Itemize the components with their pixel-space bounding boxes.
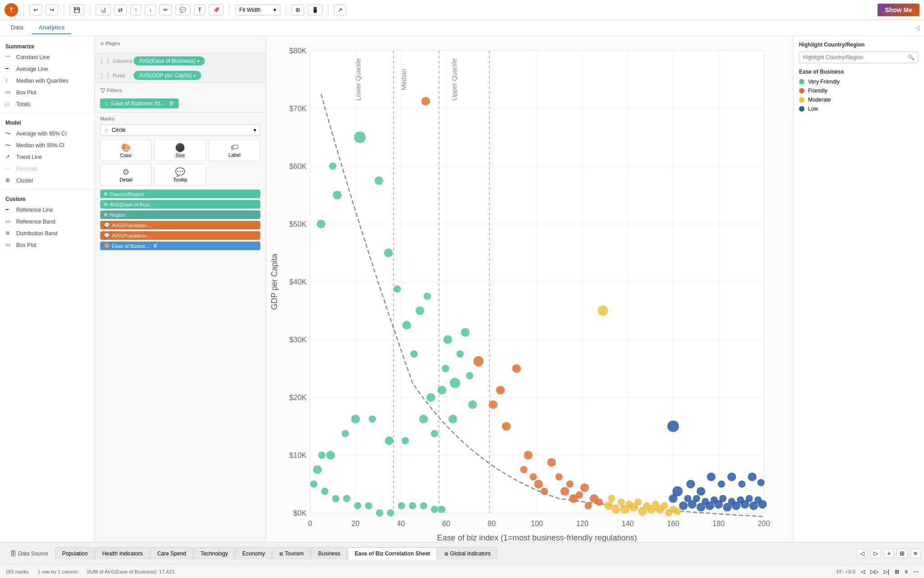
svg-point-79 <box>318 452 325 459</box>
annotate-button[interactable]: T <box>194 5 205 15</box>
tooltip-button[interactable]: 💬 <box>176 5 190 15</box>
svg-point-156 <box>707 472 716 481</box>
svg-point-122 <box>634 499 642 506</box>
highlight-search-container[interactable]: 🔍 <box>799 51 919 63</box>
columns-pill[interactable]: AVG(Ease of Business) ▾ <box>134 56 205 65</box>
status-list-view-button[interactable]: ≡ <box>905 569 908 575</box>
sort-desc-button[interactable]: ↓ <box>145 5 156 15</box>
swap-button[interactable]: ⇄ <box>114 5 127 15</box>
tab-analytics[interactable]: Analytics <box>32 21 71 34</box>
rows-pill[interactable]: AVG(GDP per Capita) ▾ <box>134 71 201 80</box>
tab-ease-biz-correlation[interactable]: Ease of Biz Correlation Sheet <box>348 547 437 560</box>
tooltip-icon: 💬 <box>157 167 203 177</box>
status-forward-button[interactable]: ▷▷ <box>870 569 878 575</box>
svg-point-113 <box>596 499 603 506</box>
undo-button[interactable]: ↩ <box>29 5 42 15</box>
svg-point-51 <box>329 163 337 170</box>
redo-button[interactable]: ↪ <box>46 5 58 15</box>
tab-economy[interactable]: Economy <box>236 547 272 559</box>
layout-button[interactable]: ⊞ <box>291 5 304 15</box>
median-95ci-item[interactable]: 〜 Median with 95% CI <box>0 140 94 151</box>
status-back-button[interactable]: ◁ <box>861 569 865 575</box>
status-next-button[interactable]: ▷| <box>884 569 889 575</box>
tab-population[interactable]: Population <box>55 547 95 559</box>
tab-global-indicators[interactable]: ⊞ Global Indicators <box>438 547 497 559</box>
highlight-search-input[interactable] <box>803 54 905 61</box>
detail-chip-ease-color[interactable]: 🎨 Ease of Busine... ⚙ <box>100 242 260 250</box>
tab-technology[interactable]: Technology <box>194 547 235 559</box>
collapse-panel-button[interactable]: ◁ <box>915 24 919 31</box>
box-plot-summarize-item[interactable]: ▭ Box Plot <box>0 87 94 98</box>
tab-health-indicators[interactable]: Health Indicators <box>95 547 149 559</box>
tab-tourism[interactable]: ⊞ Tourism <box>273 547 310 559</box>
marks-detail-cell[interactable]: ⚙ Detail <box>100 164 152 186</box>
main-content: Summarize 〰 Constant Line ━ Average Line… <box>0 36 924 542</box>
status-right: FF: +0-0 ◁ ▷▷ ▷| ⊞ ≡ ⋯ <box>836 569 919 575</box>
detail-chip-region[interactable]: ⊕ Region <box>100 210 260 219</box>
label-icon: 🏷 <box>212 143 257 152</box>
svg-point-66 <box>457 350 464 358</box>
reference-line-item[interactable]: ━ Reference Line <box>0 204 94 216</box>
tab-care-spend[interactable]: Care Spend <box>150 547 193 559</box>
pin-button[interactable]: 📌 <box>209 5 224 15</box>
view-list-button[interactable]: ≡ <box>910 549 920 558</box>
constant-line-icon: 〰 <box>5 54 13 61</box>
marks-color-cell[interactable]: 🎨 Color <box>100 140 152 161</box>
tab-data-source[interactable]: 🗄 Data Source <box>4 547 55 560</box>
tab-data[interactable]: Data <box>5 21 29 34</box>
svg-point-102 <box>534 480 543 488</box>
sort-asc-button[interactable]: ↑ <box>130 5 141 15</box>
status-grid-view-button[interactable]: ⊞ <box>895 569 899 575</box>
detail-chip-ease-biz[interactable]: ⊕ AVG(Ease of Busi... <box>100 200 260 209</box>
new-datasource-button[interactable]: 📊 <box>96 5 111 15</box>
detail-chip-country[interactable]: ⊕ Country/Region <box>100 190 260 198</box>
svg-point-143 <box>719 495 726 502</box>
share-button[interactable]: ↗ <box>334 5 346 15</box>
svg-point-88 <box>387 509 394 517</box>
rows-row: ⋮⋮ Rows AVG(GDP per Capita) ▾ <box>95 68 266 83</box>
box-plot-custom-item[interactable]: ▭ Box Plot <box>0 239 94 251</box>
tab-scroll-left-button[interactable]: ◁ <box>857 549 868 558</box>
status-more-button[interactable]: ⋯ <box>913 569 919 575</box>
middle-panel: ≡ Pages ⋮⋮ Columns AVG(Ease of Business)… <box>95 36 266 542</box>
reference-band-item[interactable]: ▭ Reference Band <box>0 216 94 228</box>
marks-tooltip-cell[interactable]: 💬 Tooltip <box>154 164 206 186</box>
marks-label-cell[interactable]: 🏷 Label <box>209 140 260 161</box>
svg-point-97 <box>502 422 510 430</box>
svg-text:200: 200 <box>758 519 770 527</box>
avg-95ci-item[interactable]: 〜 Average with 95% CI <box>0 128 94 140</box>
tab-scroll-right-button[interactable]: ▷ <box>870 549 881 558</box>
trend-line-item[interactable]: ↗ Trend Line <box>0 151 94 163</box>
reference-band-icon: ▭ <box>5 218 13 225</box>
sep4 <box>229 4 230 16</box>
forecast-item[interactable]: ⋯ Forecast <box>0 163 94 175</box>
constant-line-item[interactable]: 〰 Constant Line <box>0 51 94 63</box>
detail-chip-pop1[interactable]: 💬 AVG(Population ... <box>100 221 260 229</box>
cluster-item[interactable]: ⊕ Cluster <box>0 175 94 186</box>
average-line-item[interactable]: ━ Average Line <box>0 63 94 75</box>
filter-funnel-icon: ▽ <box>105 101 108 106</box>
distribution-band-item[interactable]: ≋ Distribution Band <box>0 228 94 239</box>
highlight-button[interactable]: ✏ <box>159 5 172 15</box>
main-toolbar: T ↩ ↪ 💾 📊 ⇄ ↑ ↓ ✏ 💬 T 📌 Fit Width ▾ ⊞ 📱 … <box>0 0 924 20</box>
totals-item[interactable]: □ Totals <box>0 98 94 110</box>
chart-area: Lower Quartile Median Upper Quartile $0K… <box>266 36 793 542</box>
filter-chip-ease[interactable]: ▽ Ease of Business (cl... ⚙ <box>100 98 179 108</box>
marks-size-cell[interactable]: ⚫ Size <box>154 140 206 161</box>
device-button[interactable]: 📱 <box>308 5 323 15</box>
marks-type-dropdown[interactable]: ○ Circle ▾ <box>100 124 260 136</box>
filter-settings-icon: ⚙ <box>169 100 174 107</box>
pages-title: ≡ Pages <box>100 40 260 47</box>
average-line-icon: ━ <box>5 65 13 73</box>
svg-point-68 <box>466 372 473 379</box>
pop1-icon: 💬 <box>104 222 110 228</box>
detail-chip-pop2[interactable]: 💬 AVG(Population ... <box>100 231 260 240</box>
show-me-button[interactable]: Show Me <box>878 4 919 16</box>
zoom-dropdown[interactable]: Fit Width ▾ <box>235 5 280 15</box>
view-grid-button[interactable]: ⊞ <box>896 549 908 558</box>
save-button[interactable]: 💾 <box>69 5 84 15</box>
svg-point-153 <box>667 420 679 432</box>
new-sheet-button[interactable]: + <box>884 549 894 558</box>
tab-business[interactable]: Business <box>311 547 347 559</box>
median-quartiles-item[interactable]: ⫶ Median with Quartiles <box>0 75 94 87</box>
